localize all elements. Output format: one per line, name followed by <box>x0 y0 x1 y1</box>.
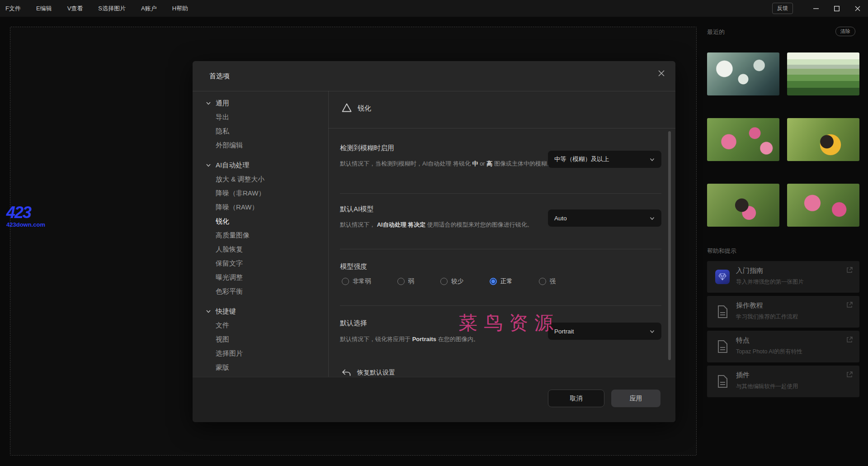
section-heading-enable-when-blur: 检测到模糊时启用 <box>340 144 394 152</box>
external-link-icon <box>846 301 853 309</box>
sidebar-item-label: 色彩平衡 <box>216 287 243 296</box>
radio-less[interactable]: 较少 <box>440 277 463 285</box>
menu-view[interactable]: V查看 <box>67 5 83 13</box>
recent-thumbnails <box>707 52 859 227</box>
sidebar-item-file[interactable]: 文件 <box>193 319 328 333</box>
dialog-scrollbar[interactable] <box>668 131 671 360</box>
sidebar-item-export[interactable]: 导出 <box>193 110 328 124</box>
radio-label: 强 <box>550 277 556 285</box>
sidebar-item-label: 锐化 <box>216 217 229 226</box>
sidebar-group-autopilot[interactable]: AI自动处理 <box>193 158 328 172</box>
sidebar-item-mask[interactable]: 蒙版 <box>193 361 328 375</box>
help-header: 帮助和提示 <box>707 247 736 255</box>
sidebar-item-color-balance[interactable]: 色彩平衡 <box>193 285 328 299</box>
help-card-subtitle: Topaz Photo AI的所有特性 <box>736 348 802 356</box>
close-window-button[interactable] <box>847 0 868 17</box>
chevron-down-icon <box>649 157 655 162</box>
help-card-plugins[interactable]: 插件 与其他编辑软件一起使用 <box>707 366 859 397</box>
restore-defaults-button[interactable]: 恢复默认设置 <box>342 369 395 377</box>
sidebar-item-exposure[interactable]: 曝光调整 <box>193 271 328 285</box>
minimize-button[interactable] <box>806 0 826 17</box>
divider <box>328 128 675 128</box>
help-card-subtitle: 学习我们推荐的工作流程 <box>736 313 798 321</box>
recent-header: 最近的 <box>707 28 725 36</box>
sidebar-item-face-recovery[interactable]: 人脸恢复 <box>193 243 328 257</box>
sidebar-item-label: 隐私 <box>216 127 229 136</box>
desc-text: 默认情况下，锐化将应用于 <box>340 336 412 342</box>
sidebar-item-label: 曝光调整 <box>216 273 243 282</box>
423down-watermark: 423 423down.com <box>6 204 45 228</box>
restore-defaults-label: 恢复默认设置 <box>357 369 395 377</box>
dialog-footer: 取消 应用 <box>193 377 675 422</box>
desc-text: 默认情况下， <box>340 221 377 228</box>
menu-select-image[interactable]: S选择图片 <box>98 5 126 13</box>
model-strength-radio-group: 非常弱 弱 较少 正常 强 <box>342 277 556 285</box>
close-icon <box>855 6 860 11</box>
maximize-button[interactable] <box>826 0 847 17</box>
preferences-sidebar: 通用 导出 隐私 外部编辑 AI自动处理 放大 & 调整大小 降噪（非RAW） … <box>193 96 328 389</box>
help-card-title: 操作教程 <box>736 301 763 310</box>
sidebar-item-sharpen[interactable]: 锐化 <box>193 214 328 228</box>
radio-very-weak[interactable]: 非常弱 <box>342 277 371 285</box>
sidebar-item-preserve-text[interactable]: 保留文字 <box>193 257 328 271</box>
desc-text: or <box>478 160 487 167</box>
help-card-tutorials[interactable]: 操作教程 学习我们推荐的工作流程 <box>707 296 859 328</box>
sidebar-item-label: 外部编辑 <box>216 141 243 150</box>
feedback-button[interactable]: 反馈 <box>772 3 793 14</box>
recent-thumbnail[interactable] <box>787 118 859 161</box>
chevron-down-icon <box>649 215 655 221</box>
radio-normal[interactable]: 正常 <box>490 277 513 285</box>
radio-strong[interactable]: 强 <box>539 277 556 285</box>
default-ai-model-dropdown[interactable]: Auto <box>548 209 661 227</box>
sidebar-item-upscale-resize[interactable]: 放大 & 调整大小 <box>193 172 328 186</box>
sidebar-item-denoise-nonraw[interactable]: 降噪（非RAW） <box>193 186 328 200</box>
desc-bold: Portraits <box>412 336 436 342</box>
sidebar-group-label: 通用 <box>216 99 229 108</box>
document-icon <box>715 339 730 354</box>
dialog-title: 首选项 <box>209 72 230 81</box>
apply-button[interactable]: 应用 <box>611 390 660 407</box>
clear-recent-button[interactable]: 清除 <box>835 27 855 36</box>
sidebar-group-shortcuts[interactable]: 快捷键 <box>193 304 328 319</box>
menu-account[interactable]: A账户 <box>141 5 157 13</box>
radio-label: 较少 <box>451 277 463 285</box>
sidebar-group-label: 快捷键 <box>216 307 236 316</box>
desc-bold: AI自动处理 将决定 <box>377 221 426 228</box>
help-card-getting-started[interactable]: 入门指南 导入并增强您的第一张图片 <box>707 261 859 293</box>
recent-thumbnail[interactable] <box>707 52 779 95</box>
radio-label: 非常弱 <box>353 277 371 285</box>
blur-threshold-dropdown[interactable]: 中等（模糊）及以上 <box>548 151 661 168</box>
sidebar-item-view[interactable]: 视图 <box>193 333 328 347</box>
desc-text: 默认情况下，当检测到模糊时，AI自动处理 将锐化 <box>340 160 472 167</box>
sidebar-item-label: 导出 <box>216 113 229 122</box>
sidebar-group-general[interactable]: 通用 <box>193 96 328 110</box>
radio-weak[interactable]: 弱 <box>397 277 415 285</box>
recent-thumbnail[interactable] <box>707 184 779 227</box>
chevron-down-icon <box>649 328 655 334</box>
recent-thumbnail[interactable] <box>787 184 859 227</box>
recent-thumbnail[interactable] <box>787 52 859 95</box>
dropdown-value: Auto <box>554 215 567 222</box>
sidebar-item-denoise-raw[interactable]: 降噪（RAW） <box>193 200 328 214</box>
menu-help[interactable]: H帮助 <box>172 5 188 13</box>
sidebar-item-label: 放大 & 调整大小 <box>216 175 264 184</box>
dialog-close-button[interactable] <box>655 67 668 80</box>
menu-file[interactable]: F文件 <box>5 5 21 13</box>
document-icon <box>715 374 730 389</box>
radio-circle-icon <box>440 278 448 285</box>
recent-thumbnail[interactable] <box>707 118 779 161</box>
default-selection-dropdown[interactable]: Portrait <box>548 323 661 340</box>
help-card-subtitle: 导入并增强您的第一张图片 <box>736 278 804 286</box>
section-heading-default-ai-model: 默认AI模型 <box>340 205 373 214</box>
radio-label: 正常 <box>500 277 513 285</box>
document-icon <box>715 304 730 319</box>
sidebar-item-external-editing[interactable]: 外部编辑 <box>193 138 328 152</box>
radio-circle-icon <box>342 278 349 285</box>
sidebar-item-privacy[interactable]: 隐私 <box>193 124 328 138</box>
help-card-features[interactable]: 特点 Topaz Photo AI的所有特性 <box>707 331 859 362</box>
cancel-button[interactable]: 取消 <box>548 390 604 407</box>
sidebar-item-high-quality[interactable]: 高质量图像 <box>193 228 328 243</box>
minimize-icon <box>813 6 819 11</box>
sidebar-item-select-image[interactable]: 选择图片 <box>193 347 328 361</box>
menu-edit[interactable]: E编辑 <box>36 5 52 13</box>
